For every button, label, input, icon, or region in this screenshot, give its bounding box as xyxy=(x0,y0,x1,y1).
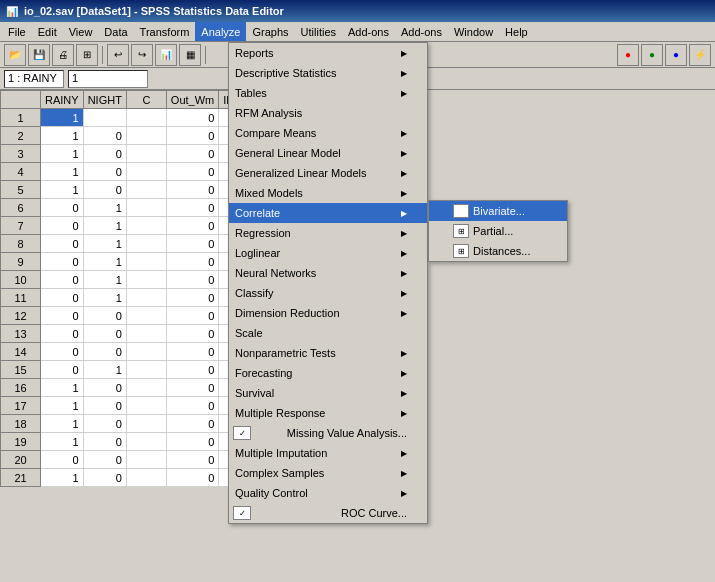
cell-rspur[interactable]: 1,660 xyxy=(353,199,393,217)
cell-inrm[interactable]: 0 xyxy=(268,361,309,379)
col-header-outwm[interactable]: Out_Wm xyxy=(166,91,218,109)
cell-rspur[interactable]: 1,870 xyxy=(353,343,393,361)
cell-night[interactable]: 0 xyxy=(83,397,126,415)
menu-analyze[interactable]: Analyze xyxy=(195,22,246,41)
cell-night[interactable]: 1 xyxy=(83,235,126,253)
col-header-night[interactable]: NIGHT xyxy=(83,91,126,109)
cell-rspur[interactable]: 1,829 xyxy=(353,163,393,181)
cell-c[interactable] xyxy=(126,235,166,253)
toolbar-table[interactable]: ▦ xyxy=(179,44,201,66)
cell-c[interactable] xyxy=(126,109,166,127)
cell-rainy[interactable]: 0 xyxy=(41,235,84,253)
menu-transform[interactable]: Transform xyxy=(134,22,196,41)
cell-rspur[interactable]: 1,708 xyxy=(353,109,393,127)
cell-infree[interactable]: 0 xyxy=(219,379,268,397)
cell-inrm[interactable]: 0 xyxy=(268,235,309,253)
cell-rainy[interactable]: 0 xyxy=(41,307,84,325)
cell-inwm[interactable]: 0 xyxy=(309,163,353,181)
cell-c[interactable] xyxy=(126,217,166,235)
toolbar-undo[interactable]: ↩ xyxy=(107,44,129,66)
cell-rainy[interactable]: 1 xyxy=(41,379,84,397)
cell-inrm[interactable]: 0 xyxy=(268,415,309,433)
menu-data[interactable]: Data xyxy=(98,22,133,41)
cell-outwm[interactable]: 0 xyxy=(166,271,218,289)
cell-inrm[interactable]: 1 xyxy=(268,163,309,181)
cell-rspur[interactable]: 1,695 xyxy=(353,379,393,397)
toolbar-icon2[interactable]: ● xyxy=(641,44,663,66)
cell-rspur[interactable]: 1,542 xyxy=(353,415,393,433)
cell-night[interactable]: 1 xyxy=(83,361,126,379)
cell-rainy[interactable]: 1 xyxy=(41,469,84,487)
cell-night[interactable]: 0 xyxy=(83,415,126,433)
col-header-inrm[interactable]: In_Rm xyxy=(268,91,309,109)
cell-rainy[interactable]: 1 xyxy=(41,397,84,415)
cell-c[interactable] xyxy=(126,127,166,145)
cell-inwm[interactable]: 0 xyxy=(309,433,353,451)
cell-inwm[interactable]: 0 xyxy=(309,469,353,487)
cell-infree[interactable]: 0 xyxy=(219,307,268,325)
col-header-rspur[interactable]: rspur xyxy=(353,91,393,109)
col-header-infree[interactable]: IN_Free xyxy=(219,91,268,109)
col-header-inwm[interactable]: In_Wm xyxy=(309,91,353,109)
cell-outwm[interactable]: 0 xyxy=(166,109,218,127)
cell-infree[interactable]: 0 xyxy=(219,469,268,487)
cell-inrm[interactable]: 0 xyxy=(268,253,309,271)
cell-rspur[interactable]: 2,404 xyxy=(353,235,393,253)
cell-c[interactable] xyxy=(126,325,166,343)
cell-outwm[interactable]: 0 xyxy=(166,217,218,235)
cell-inwm[interactable]: 1 xyxy=(309,361,353,379)
cell-infree[interactable]: 0 xyxy=(219,217,268,235)
cell-inrm[interactable]: 0 xyxy=(268,127,309,145)
cell-rainy[interactable]: 1 xyxy=(41,109,84,127)
cell-inrm[interactable]: 0 xyxy=(268,109,309,127)
cell-rainy[interactable]: 0 xyxy=(41,343,84,361)
cell-inwm[interactable]: 0 xyxy=(309,127,353,145)
cell-c[interactable] xyxy=(126,343,166,361)
cell-infree[interactable]: 0 xyxy=(219,199,268,217)
cell-inrm[interactable]: 0 xyxy=(268,433,309,451)
cell-inwm[interactable]: 0 xyxy=(309,109,353,127)
cell-inwm[interactable]: 1 xyxy=(309,289,353,307)
menu-file[interactable]: File xyxy=(2,22,32,41)
cell-c[interactable] xyxy=(126,199,166,217)
toolbar-icon3[interactable]: ● xyxy=(665,44,687,66)
cell-rspur[interactable]: 1,373 xyxy=(353,469,393,487)
cell-outwm[interactable]: 0 xyxy=(166,433,218,451)
cell-infree[interactable]: 0 xyxy=(219,289,268,307)
menu-addons2[interactable]: Add-ons xyxy=(395,22,448,41)
cell-rainy[interactable]: 0 xyxy=(41,325,84,343)
cell-inwm[interactable]: 0 xyxy=(309,325,353,343)
cell-rspur[interactable]: 1,874 xyxy=(353,217,393,235)
cell-inrm[interactable]: 0 xyxy=(268,325,309,343)
toolbar-print[interactable]: 🖨 xyxy=(52,44,74,66)
menu-window[interactable]: Window xyxy=(448,22,499,41)
cell-inrm[interactable]: 0 xyxy=(268,307,309,325)
toolbar-icon1[interactable]: ● xyxy=(617,44,639,66)
cell-infree[interactable]: 1 xyxy=(219,145,268,163)
cell-night[interactable]: 0 xyxy=(83,181,126,199)
cell-inwm[interactable]: 0 xyxy=(309,199,353,217)
cell-infree[interactable]: 0 xyxy=(219,451,268,469)
cell-outwm[interactable]: 0 xyxy=(166,235,218,253)
cell-night[interactable] xyxy=(83,109,126,127)
cell-outwm[interactable]: 0 xyxy=(166,127,218,145)
cell-rspur[interactable]: 2,213 xyxy=(353,361,393,379)
cell-inrm[interactable]: 0 xyxy=(268,217,309,235)
cell-inwm[interactable]: 0 xyxy=(309,217,353,235)
cell-inwm[interactable]: 0 xyxy=(309,271,353,289)
cell-rspur[interactable]: 2,155 xyxy=(353,253,393,271)
cell-rspur[interactable]: 1,648 xyxy=(353,433,393,451)
cell-rspur[interactable]: 1,495 xyxy=(353,451,393,469)
cell-outwm[interactable]: 0 xyxy=(166,253,218,271)
cell-rspur[interactable]: 1,418 xyxy=(353,127,393,145)
cell-outwm[interactable]: 0 xyxy=(166,325,218,343)
cell-c[interactable] xyxy=(126,415,166,433)
cell-night[interactable]: 0 xyxy=(83,325,126,343)
cell-rspur[interactable]: 1,486 xyxy=(353,325,393,343)
cell-night[interactable]: 1 xyxy=(83,199,126,217)
cell-c[interactable] xyxy=(126,181,166,199)
cell-inrm[interactable]: 0 xyxy=(268,343,309,361)
cell-inrm[interactable]: 0 xyxy=(268,451,309,469)
menu-addons1[interactable]: Add-ons xyxy=(342,22,395,41)
cell-rainy[interactable]: 1 xyxy=(41,127,84,145)
